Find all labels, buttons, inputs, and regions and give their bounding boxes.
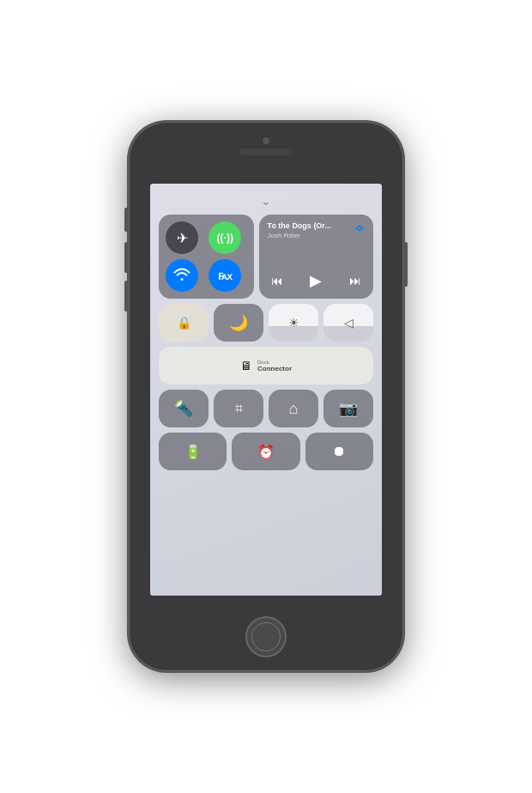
dock-connector-button[interactable]: 🖥 Dock Connector — [159, 347, 373, 384]
music-controls: ⏮ ▶ ⏭ — [268, 269, 365, 292]
play-pause-button[interactable]: ▶ — [306, 269, 325, 292]
row-apps: 🔦 ⌗ ⌂ 📷 — [159, 390, 373, 427]
home-button-inner — [251, 622, 281, 651]
row-dock: 🖥 Dock Connector — [159, 347, 373, 384]
wifi-button[interactable] — [166, 259, 198, 292]
airplane-mode-button[interactable]: ✈ — [166, 221, 198, 254]
control-center: ⌄ ✈ ((·)) — [150, 184, 382, 596]
volume-up-button[interactable] — [124, 242, 128, 273]
music-info: To the Dogs (Or... Josh Ritter — [268, 221, 365, 239]
do-not-disturb-button[interactable]: 🌙 — [214, 304, 263, 342]
volume-icon: ◁ — [344, 316, 354, 330]
screen-record-button[interactable]: ⏺ — [305, 433, 373, 470]
battery-icon: 🔋 — [184, 444, 202, 460]
airplay-icon[interactable] — [354, 221, 365, 233]
dismiss-handle[interactable]: ⌄ — [159, 194, 373, 208]
moon-icon: 🌙 — [229, 313, 248, 332]
brightness-slider[interactable]: ☀ — [269, 304, 318, 342]
brightness-icon: ☀ — [288, 316, 299, 330]
clock-button[interactable]: ⏰ — [232, 433, 299, 470]
bluetooth-icon: ℻ — [218, 269, 233, 282]
rotation-lock-icon: 🔒 — [177, 316, 191, 330]
airplane-icon: ✈ — [177, 230, 188, 246]
chevron-down-icon: ⌄ — [261, 194, 271, 208]
top-bezel — [240, 137, 292, 155]
music-title: To the Dogs (Or... — [268, 221, 331, 232]
battery-button[interactable]: 🔋 — [159, 433, 227, 470]
clock-icon: ⏰ — [257, 444, 275, 460]
rewind-button[interactable]: ⏮ — [268, 272, 287, 289]
camera-icon: 📷 — [339, 399, 358, 418]
dock-connector-label: Dock Connector — [257, 360, 292, 372]
bluetooth-button[interactable]: ℻ — [209, 259, 241, 292]
flashlight-button[interactable]: 🔦 — [159, 390, 209, 427]
home-icon: ⌂ — [289, 400, 299, 418]
earpiece-speaker — [240, 148, 292, 155]
volume-down-button[interactable] — [124, 281, 128, 312]
screen-record-icon: ⏺ — [332, 444, 346, 459]
front-camera — [263, 137, 269, 144]
calculator-icon: ⌗ — [235, 401, 243, 416]
music-artist: Josh Ritter — [268, 232, 331, 239]
phone-device: ⌄ ✈ ((·)) — [129, 122, 403, 671]
row-extras: 🔋 ⏰ ⏺ — [159, 433, 373, 470]
cellular-button[interactable]: ((·)) — [209, 221, 241, 254]
fast-forward-button[interactable]: ⏭ — [346, 272, 365, 289]
wifi-icon — [173, 267, 190, 284]
home-button[interactable] — [245, 616, 287, 657]
row-connectivity-music: ✈ ((·)) — [159, 215, 373, 299]
power-button[interactable] — [404, 242, 408, 287]
calculator-button[interactable]: ⌗ — [214, 390, 263, 427]
camera-button[interactable]: 📷 — [323, 390, 373, 427]
svg-rect-0 — [358, 229, 361, 231]
cellular-icon: ((·)) — [217, 232, 233, 244]
flashlight-icon: 🔦 — [174, 399, 193, 418]
bottom-bezel — [245, 602, 287, 671]
rotation-lock-button[interactable]: 🔒 — [159, 304, 209, 342]
volume-slider[interactable]: ◁ — [323, 304, 373, 342]
dock-connector-icon: 🖥 — [240, 359, 252, 372]
homekit-button[interactable]: ⌂ — [269, 390, 318, 427]
connectivity-block: ✈ ((·)) — [159, 215, 254, 299]
row-settings: 🔒 🌙 ☀ ◁ — [159, 304, 373, 342]
mute-switch[interactable] — [124, 208, 128, 232]
music-block[interactable]: To the Dogs (Or... Josh Ritter ⏮ ▶ — [259, 215, 373, 299]
phone-screen: ⌄ ✈ ((·)) — [150, 184, 382, 596]
